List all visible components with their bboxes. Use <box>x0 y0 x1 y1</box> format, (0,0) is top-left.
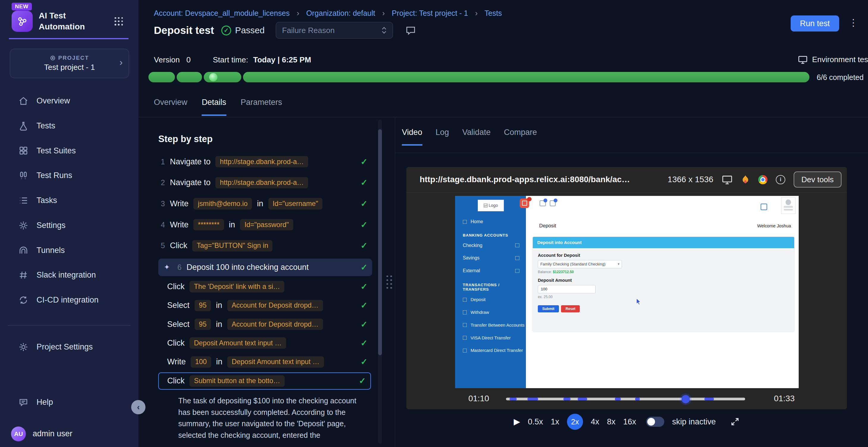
monitor-icon[interactable] <box>722 174 733 185</box>
balance-value: $1223712.50 <box>553 270 574 274</box>
breadcrumb-separator: › <box>475 9 477 17</box>
speed-1x[interactable]: 1x <box>551 417 559 426</box>
test-runs-icon <box>18 170 29 181</box>
activity-marker <box>563 398 570 400</box>
overlay-icon <box>550 200 556 206</box>
sidebar-item-slack[interactable]: Slack integration <box>0 263 138 288</box>
sidebar-item-tests[interactable]: Tests <box>0 113 138 138</box>
panel-resize-handle[interactable] <box>386 276 392 289</box>
substep-row[interactable]: Write 100 in Deposit Amount text input …… <box>149 352 372 371</box>
kebab-menu-icon[interactable]: ⋮ <box>849 18 858 28</box>
step-group-row[interactable]: ✦ 6 Deposit 100 into checking account ✓ <box>158 259 372 276</box>
sidebar-item-overview[interactable]: Overview <box>0 89 138 113</box>
apps-grid-icon[interactable] <box>115 17 123 26</box>
timeline-track[interactable] <box>506 398 745 400</box>
bank-nav-savings: Savings <box>455 252 526 265</box>
sidebar: NEW AI Test Automation <box>0 0 138 447</box>
speed-4x[interactable]: 4x <box>591 417 599 426</box>
substep-row[interactable]: Click Deposit Amount text input … ✓ <box>149 334 372 352</box>
checkbox-icon <box>515 269 519 273</box>
comment-icon[interactable] <box>405 25 416 36</box>
fullscreen-icon[interactable] <box>730 417 740 426</box>
project-selector[interactable]: PROJECT Test project - 1 › <box>10 49 129 78</box>
substep-row[interactable]: Select 95 in Account for Deposit dropd… … <box>149 315 372 334</box>
progress-marker <box>209 73 217 81</box>
tab-parameters[interactable]: Parameters <box>241 98 282 115</box>
tab-details[interactable]: Details <box>202 98 226 115</box>
progress-segment <box>149 72 175 82</box>
breadcrumb-account[interactable]: Account: Devspace_all_module_licenses <box>154 9 289 17</box>
speed-16x[interactable]: 16x <box>623 417 636 426</box>
sidebar-item-label: Tasks <box>37 196 57 205</box>
sidebar-item-test-suites[interactable]: Test Suites <box>0 138 138 163</box>
speed-2x[interactable]: 2x <box>567 414 583 430</box>
info-icon[interactable]: i <box>776 175 785 184</box>
step-action: Click <box>167 339 184 348</box>
step-row[interactable]: 1 Navigate to http://stage.dbank.prod-a…… <box>149 151 372 172</box>
sidebar-item-label: Test Runs <box>37 171 72 180</box>
play-icon[interactable]: ▶ <box>514 418 520 426</box>
substep-row[interactable]: Click The 'Deposit' link with a si… ✓ <box>149 277 372 296</box>
bullet-icon <box>463 298 467 302</box>
bullet-icon <box>463 310 467 314</box>
check-icon: ✓ <box>361 338 367 348</box>
bank-reset-button: Reset <box>561 305 580 312</box>
speed-0.5x[interactable]: 0.5x <box>528 417 543 426</box>
tab-log[interactable]: Log <box>435 128 449 146</box>
step-row[interactable]: 5 Click Tag="BUTTON" Sign in ✓ <box>149 235 372 256</box>
sidebar-item-tasks[interactable]: Tasks <box>0 188 138 213</box>
steps-scrollbar[interactable] <box>378 119 382 444</box>
tab-validate[interactable]: Validate <box>462 128 491 146</box>
sidebar-collapse-handle[interactable]: ‹ <box>131 400 146 414</box>
bank-nav-mastercard: Mastercard Direct Transfer <box>455 344 526 357</box>
user-name: admin user <box>33 429 72 438</box>
speed-8x[interactable]: 8x <box>607 417 616 426</box>
breadcrumb-tests[interactable]: Tests <box>485 9 502 17</box>
sidebar-item-project-settings[interactable]: Project Settings <box>0 335 138 359</box>
app-logo-icon <box>11 11 33 32</box>
playback-controls: ▶ 0.5x 1x 2x 4x 8x 16x skip inactive <box>406 414 847 430</box>
step-row[interactable]: 4 Write ******** in Id="password" ✓ <box>149 214 372 235</box>
balance-text: Balance: $1223712.50 <box>538 270 788 274</box>
failure-reason-select[interactable]: Failure Reason <box>276 22 393 39</box>
chrome-icon[interactable] <box>758 175 768 184</box>
substep-row[interactable]: Select 95 in Account for Deposit dropd… … <box>149 296 372 315</box>
step-row[interactable]: 3 Write jsmith@demo.io in Id="username" … <box>149 193 372 214</box>
sidebar-item-help[interactable]: Help <box>0 390 138 415</box>
tasks-icon <box>18 195 29 206</box>
step-target-tag: Id="password" <box>240 219 293 230</box>
flame-icon[interactable] <box>741 175 750 184</box>
activity-marker <box>615 398 621 400</box>
step-action: Write <box>170 220 188 230</box>
skip-inactive-toggle[interactable] <box>646 417 664 426</box>
tab-compare[interactable]: Compare <box>504 128 537 146</box>
progress-segment <box>243 72 809 82</box>
step-row[interactable]: 2 Navigate to http://stage.dbank.prod-a…… <box>149 172 372 193</box>
user-menu[interactable]: AU admin user <box>11 426 72 441</box>
step-action: Navigate to <box>170 178 210 187</box>
breadcrumb-project[interactable]: Project: Test project - 1 <box>392 9 468 17</box>
progress-caption: 6/6 completed <box>816 73 864 82</box>
sidebar-item-cicd[interactable]: CI-CD integration <box>0 288 138 313</box>
video-frame[interactable]: Logo Home BANKING ACCOUNTS Checking Savi… <box>455 196 799 388</box>
caret-down-icon: ▾ <box>618 262 620 266</box>
run-test-button[interactable]: Run test <box>790 15 839 32</box>
check-icon: ✓ <box>361 241 367 250</box>
scrollbar-thumb[interactable] <box>378 129 382 355</box>
tab-video[interactable]: Video <box>402 128 423 146</box>
step-value-tag: 95 <box>194 319 211 330</box>
bank-content: Deposit Welcome Joshua Deposit into Acco… <box>526 196 799 388</box>
sidebar-item-tunnels[interactable]: Tunnels <box>0 238 138 263</box>
sidebar-item-settings[interactable]: Settings <box>0 213 138 238</box>
sidebar-item-test-runs[interactable]: Test Runs <box>0 163 138 188</box>
substep-row-selected[interactable]: Click Submit button at the botto… ✓ <box>158 372 371 390</box>
check-icon: ✓ <box>361 319 367 329</box>
dev-tools-button[interactable]: Dev tools <box>794 171 841 187</box>
badge-dot <box>544 199 547 202</box>
tab-overview[interactable]: Overview <box>154 98 187 115</box>
timeline-playhead[interactable] <box>681 395 690 403</box>
video-panel: Video Log Validate Compare http://stage.… <box>395 117 868 447</box>
breadcrumb-organization[interactable]: Organization: default <box>306 9 375 17</box>
environment-info: Environment test <box>798 55 868 65</box>
overlay-icon <box>539 200 546 206</box>
